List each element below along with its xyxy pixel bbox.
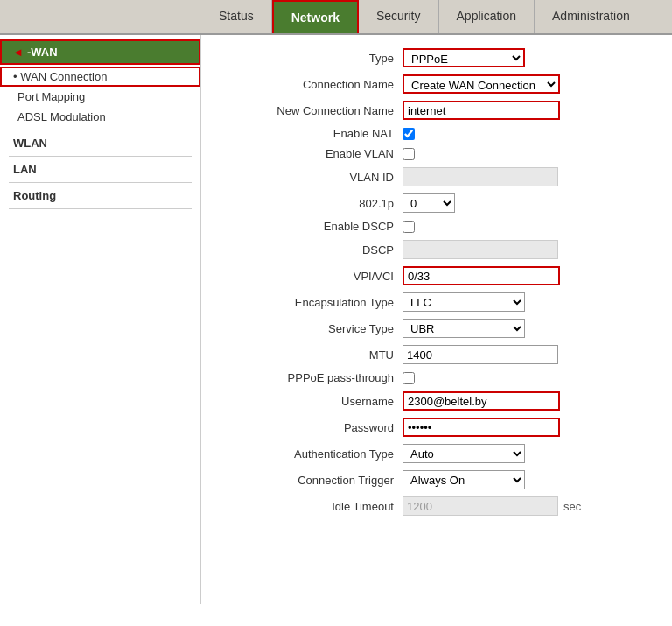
label-type: Type [228,52,402,65]
control-new-connection-name [402,101,560,120]
control-password [402,418,560,437]
tab-status[interactable]: Status [201,0,272,33]
row-pppoe-passthrough: PPPoE pass-through [228,371,646,384]
input-vpivci[interactable] [402,266,560,285]
label-pppoe-passthrough: PPPoE pass-through [228,371,402,384]
input-mtu[interactable] [402,345,558,364]
select-type[interactable]: PPPoE PPPoA Bridge IPoA IPoE [402,48,525,67]
sidebar-wan-label: -WAN [27,46,58,59]
input-password[interactable] [402,418,560,437]
row-service-type: Service Type UBR CBR VBR-rt VBR-nrt [228,319,646,338]
tab-application[interactable]: Application [439,0,536,33]
label-dot1p: 802.1p [228,197,402,210]
label-dscp: DSCP [228,243,402,257]
select-auth-type[interactable]: Auto PAP CHAP MS-CHAP [402,444,525,463]
row-mtu: MTU [228,345,646,364]
control-enable-dscp [402,221,415,233]
main-layout: ◄ -WAN WAN Connection Port Mapping ADSL … [0,35,672,604]
input-idle-timeout [402,496,558,516]
control-dot1p: 0123 4567 [402,193,455,213]
row-connection-name: Connection Name Create WAN Connection [228,74,646,94]
sidebar-divider-3 [9,182,192,183]
checkbox-pppoe-passthrough[interactable] [402,372,415,384]
sidebar-item-wlan[interactable]: WLAN [0,133,200,153]
row-vlan-id: VLAN ID [228,167,646,186]
control-username [402,391,560,411]
row-vpivci: VPI/VCI [228,266,646,285]
select-dot1p[interactable]: 0123 4567 [402,193,455,213]
row-dot1p: 802.1p 0123 4567 [228,193,646,213]
control-enable-vlan [402,148,415,160]
label-connection-name: Connection Name [228,78,402,91]
control-mtu [402,345,558,364]
sidebar-divider-4 [9,208,192,209]
label-enable-vlan: Enable VLAN [228,147,402,160]
sidebar-wan-arrow: ◄ [12,46,24,59]
row-enable-nat: Enable NAT [228,127,646,140]
sidebar-item-wan-connection[interactable]: WAN Connection [0,67,200,87]
row-enable-dscp: Enable DSCP [228,220,646,233]
control-idle-timeout: sec [402,496,581,516]
control-dscp [402,240,558,259]
sidebar-divider-2 [9,156,192,157]
control-enable-nat [402,128,415,140]
sidebar-item-lan[interactable]: LAN [0,159,200,179]
label-mtu: MTU [228,348,402,362]
row-dscp: DSCP [228,240,646,259]
control-pppoe-passthrough [402,372,415,384]
row-encapsulation: Encapsulation Type LLC VC-MUX [228,292,646,312]
input-dscp [402,240,558,259]
select-connection-name[interactable]: Create WAN Connection [402,74,560,94]
sidebar-item-routing[interactable]: Routing [0,186,200,206]
checkbox-enable-dscp[interactable] [402,221,415,233]
row-type: Type PPPoE PPPoA Bridge IPoA IPoE [228,48,646,67]
control-auth-type: Auto PAP CHAP MS-CHAP [402,444,525,463]
select-conn-trigger[interactable]: Always On Manual On Demand [402,470,525,489]
label-conn-trigger: Connection Trigger [228,474,402,487]
select-service-type[interactable]: UBR CBR VBR-rt VBR-nrt [402,319,525,338]
label-vpivci: VPI/VCI [228,270,402,283]
select-encapsulation[interactable]: LLC VC-MUX [402,292,525,312]
label-enable-nat: Enable NAT [228,127,402,140]
control-encapsulation: LLC VC-MUX [402,292,525,312]
sidebar-item-port-mapping[interactable]: Port Mapping [0,87,200,107]
row-new-connection-name: New Connection Name [228,101,646,120]
control-conn-trigger: Always On Manual On Demand [402,470,525,489]
tab-administration[interactable]: Administration [535,0,648,33]
control-vlan-id [402,167,558,186]
sidebar-divider-1 [9,130,192,130]
row-username: Username [228,391,646,411]
sidebar: ◄ -WAN WAN Connection Port Mapping ADSL … [0,35,201,604]
label-username: Username [228,395,402,408]
top-nav: Status Network Security Application Admi… [0,0,672,35]
label-encapsulation: Encapsulation Type [228,296,402,309]
idle-timeout-unit: sec [564,500,581,513]
label-idle-timeout: Idle Timeout [228,500,402,513]
input-vlan-id [402,167,558,186]
input-username[interactable] [402,391,560,411]
tab-network[interactable]: Network [272,0,359,33]
label-new-connection-name: New Connection Name [228,104,402,117]
label-auth-type: Authentication Type [228,447,402,461]
label-password: Password [228,421,402,434]
control-type: PPPoE PPPoA Bridge IPoA IPoE [402,48,525,67]
input-new-connection-name[interactable] [402,101,560,120]
row-auth-type: Authentication Type Auto PAP CHAP MS-CHA… [228,444,646,463]
control-connection-name: Create WAN Connection [402,74,560,94]
control-service-type: UBR CBR VBR-rt VBR-nrt [402,319,525,338]
row-idle-timeout: Idle Timeout sec [228,496,646,516]
checkbox-enable-nat[interactable] [402,128,415,140]
row-conn-trigger: Connection Trigger Always On Manual On D… [228,470,646,489]
sidebar-wan-header[interactable]: ◄ -WAN [0,39,200,65]
content-area: Type PPPoE PPPoA Bridge IPoA IPoE Connec… [201,35,672,604]
sidebar-item-adsl-modulation[interactable]: ADSL Modulation [0,107,200,127]
checkbox-enable-vlan[interactable] [402,148,415,160]
row-enable-vlan: Enable VLAN [228,147,646,160]
tab-security[interactable]: Security [359,0,439,33]
label-vlan-id: VLAN ID [228,171,402,184]
label-enable-dscp: Enable DSCP [228,220,402,233]
label-service-type: Service Type [228,322,402,335]
control-vpivci [402,266,560,285]
row-password: Password [228,418,646,437]
